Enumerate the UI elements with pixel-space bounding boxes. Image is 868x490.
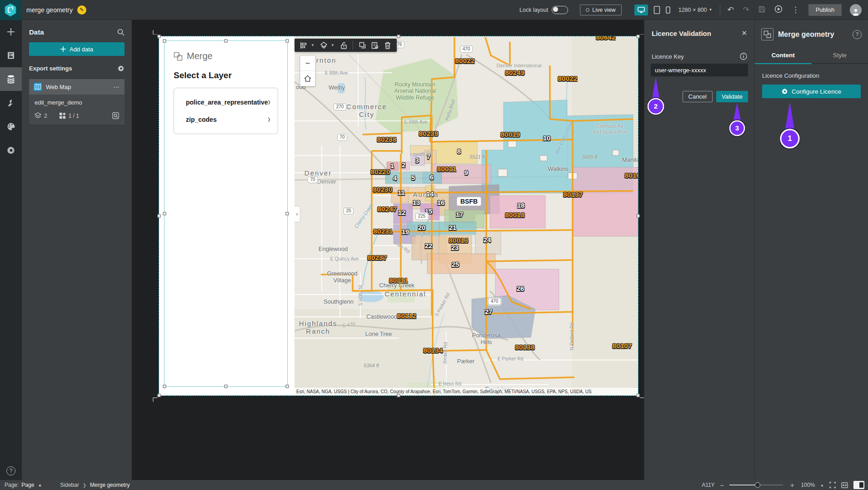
district-label-3: 3 xyxy=(415,156,419,164)
zoom-out-button[interactable]: − xyxy=(720,481,724,489)
licence-key-input[interactable]: user-wmerge-xxxxx xyxy=(651,64,748,76)
publish-button[interactable]: Publish xyxy=(808,4,842,16)
help-icon[interactable]: ? xyxy=(853,30,862,39)
resolution-dropdown[interactable]: 1280 × 800 ▼ xyxy=(678,7,713,13)
rail-theme-button[interactable] xyxy=(0,115,22,138)
add-data-label: Add data xyxy=(70,46,93,53)
route-shield-225: 225 xyxy=(415,213,429,220)
device-tablet-button[interactable] xyxy=(653,6,660,14)
chevron-down-icon: ▼ xyxy=(709,8,713,12)
edit-pencil-icon[interactable]: ✎ xyxy=(77,5,86,15)
map-widget[interactable]: 8064280022802498002280019802398023880220… xyxy=(294,36,638,395)
webmap-row[interactable]: Web Map ⋯ xyxy=(29,79,125,95)
place-label-ponderosa-hills: Ponderosa Hills xyxy=(472,332,501,346)
merge-widget-icon xyxy=(174,52,183,61)
road-label-jordan-rd: Jordan Rd xyxy=(442,342,448,365)
live-view-button[interactable]: Live view xyxy=(580,5,621,15)
save-button[interactable] xyxy=(758,6,765,14)
fit-to-screen-icon[interactable] xyxy=(829,482,836,488)
device-desktop-button[interactable] xyxy=(634,5,648,15)
chevron-down-icon[interactable]: ▼ xyxy=(331,43,336,47)
zip-label-80134: 80134 xyxy=(423,346,443,354)
sidebar-widget[interactable]: Merge Select a Layer police_area_represe… xyxy=(159,36,294,395)
app-title: merge geometry xyxy=(26,6,73,14)
page-selection[interactable]: Merge Select a Layer police_area_represe… xyxy=(159,36,638,395)
rail-insert-widget-button[interactable] xyxy=(0,20,22,44)
search-icon[interactable] xyxy=(117,29,125,36)
dataset-name[interactable]: edit_merge_demo xyxy=(29,95,125,109)
page-selector[interactable]: Page xyxy=(21,482,34,488)
design-canvas[interactable]: Merge Select a Layer police_area_represe… xyxy=(132,20,644,480)
canvas-zoom-slider[interactable] xyxy=(729,485,783,485)
rail-settings-button[interactable] xyxy=(0,138,22,162)
toggle-panel-button[interactable] xyxy=(853,481,864,489)
resolution-value: 1280 × 800 xyxy=(678,7,707,13)
place-label-southglenn: Southglenn xyxy=(324,299,354,305)
duplicate-button[interactable] xyxy=(357,40,368,51)
validate-button[interactable]: Validate xyxy=(716,91,748,102)
collapse-panel-tab[interactable]: ‹ xyxy=(294,206,300,222)
elevation-label-5665-ft: 5665 ft xyxy=(582,154,598,160)
elevation-label-5521-ft: 5521 ft xyxy=(469,154,485,160)
close-icon[interactable]: ✕ xyxy=(741,29,747,37)
zip-label-80107: 80107 xyxy=(612,342,632,350)
disable-editing-button[interactable] xyxy=(369,40,380,51)
more-options-button[interactable]: ⋮ xyxy=(792,6,799,14)
export-settings-gear-icon[interactable] xyxy=(118,65,125,72)
cancel-button[interactable]: Cancel xyxy=(683,91,713,102)
tab-content[interactable]: Content xyxy=(755,48,812,63)
route-shield-270: 270 xyxy=(334,103,347,110)
layer-row-zip-codes[interactable]: zip_codes › xyxy=(174,111,278,128)
user-avatar[interactable] xyxy=(850,4,862,16)
slider-knob[interactable] xyxy=(755,482,760,488)
zoom-value[interactable]: 100% xyxy=(801,482,815,488)
breadcrumb-sidebar[interactable]: Sidebar xyxy=(60,482,79,488)
merge-widget-icon xyxy=(763,30,771,38)
fit-width-icon[interactable] xyxy=(841,482,848,488)
place-label-commerce-city: Commerce City xyxy=(346,103,387,119)
page-icon xyxy=(7,51,15,60)
road-label-box-elder-creek: Box Elder Creek xyxy=(554,121,573,155)
zoom-in-button[interactable]: ＋ xyxy=(788,481,795,490)
home-button[interactable] xyxy=(300,71,315,86)
district-label-12: 12 xyxy=(398,209,406,216)
zoom-out-button[interactable]: − xyxy=(300,55,315,71)
step-number: 1 xyxy=(788,134,792,143)
road-label-e-quincy-ave: E Quincy Ave xyxy=(330,256,359,261)
rail-page-button[interactable] xyxy=(0,44,22,67)
district-label-8: 8 xyxy=(457,147,461,155)
chevron-up-icon[interactable]: ▲ xyxy=(820,483,824,487)
delete-button[interactable] xyxy=(382,40,393,51)
route-shield-470: 470 xyxy=(488,298,501,305)
database-icon xyxy=(6,75,15,84)
rail-help-button[interactable]: ? xyxy=(0,466,22,475)
preview-play-button[interactable] xyxy=(774,5,783,15)
app-logo[interactable] xyxy=(0,0,21,20)
align-tool-button[interactable] xyxy=(298,40,309,51)
plus-icon xyxy=(60,46,66,52)
data-preview-icon[interactable] xyxy=(112,112,119,119)
chevron-right-icon: ❯ xyxy=(83,483,86,488)
chevron-down-icon[interactable]: ▼ xyxy=(311,43,316,47)
lock-layout-toggle[interactable] xyxy=(552,6,568,14)
district-label-13: 13 xyxy=(413,199,420,206)
rail-data-button[interactable] xyxy=(0,67,22,91)
chevron-up-icon[interactable]: ▲ xyxy=(38,483,42,487)
rail-tools-button[interactable] xyxy=(0,91,22,115)
device-phone-button[interactable] xyxy=(666,6,670,14)
layer-row-police-area-representative[interactable]: police_area_representative › xyxy=(174,94,278,111)
tab-style[interactable]: Style xyxy=(812,48,868,63)
undo-button[interactable]: ↶ xyxy=(728,6,734,14)
district-label-17: 17 xyxy=(456,210,464,218)
configure-licence-button[interactable]: Configure Licence xyxy=(762,85,861,98)
district-label-4: 4 xyxy=(393,174,397,182)
step-number: 2 xyxy=(654,102,658,110)
merge-widget-card[interactable]: Merge Select a Layer police_area_represe… xyxy=(164,40,288,387)
redo-button[interactable]: ↷ xyxy=(743,6,749,14)
unlock-button[interactable] xyxy=(338,40,349,51)
info-icon[interactable] xyxy=(740,53,747,60)
layer-order-button[interactable] xyxy=(318,40,329,51)
more-options-icon[interactable]: ⋯ xyxy=(113,83,120,90)
add-data-button[interactable]: Add data xyxy=(29,42,125,56)
configure-licence-label: Configure Licence xyxy=(792,88,841,95)
